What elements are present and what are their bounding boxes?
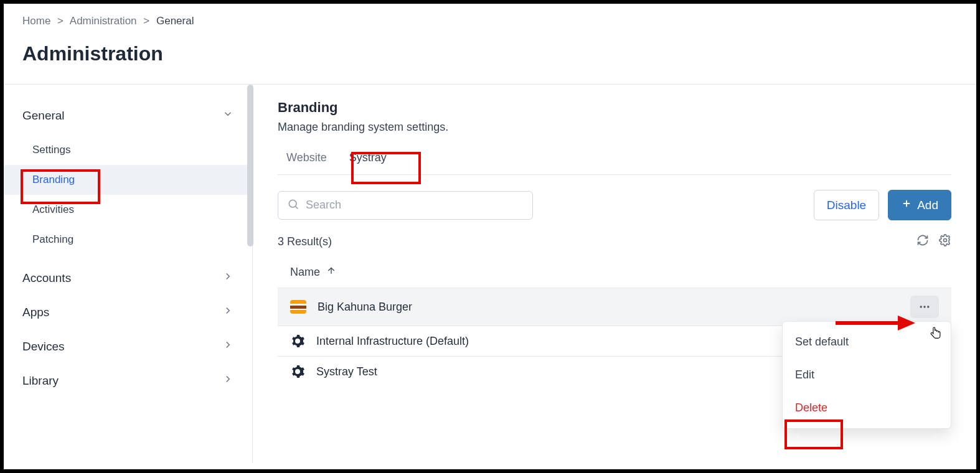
table-header[interactable]: Name — [278, 257, 951, 288]
sort-asc-icon — [326, 266, 336, 279]
button-label: Add — [917, 199, 938, 212]
svg-point-0 — [289, 200, 296, 207]
row-name: Big Kahuna Burger — [318, 301, 412, 314]
plus-icon — [901, 198, 912, 212]
page-title: Administration — [4, 34, 976, 84]
sidebar-section-accounts[interactable]: Accounts — [4, 261, 252, 295]
results-count: 3 Result(s) — [278, 235, 332, 248]
breadcrumb: Home > Administration > General — [4, 4, 976, 34]
svg-point-7 — [923, 306, 925, 307]
search-field[interactable] — [278, 191, 533, 220]
tab-systray[interactable]: Systray — [341, 145, 395, 174]
sidebar-section-library[interactable]: Library — [4, 363, 252, 398]
sidebar-section-devices[interactable]: Devices — [4, 329, 252, 363]
svg-line-1 — [296, 206, 298, 208]
chevron-right-icon — [222, 305, 233, 319]
sidebar: General Settings Branding Activities Pat… — [4, 85, 253, 463]
svg-point-8 — [927, 306, 929, 307]
chevron-down-icon — [222, 108, 233, 123]
sidebar-section-label: Apps — [22, 306, 49, 319]
sidebar-item-patching[interactable]: Patching — [4, 225, 252, 255]
sidebar-item-settings[interactable]: Settings — [4, 135, 252, 165]
dropdown-edit[interactable]: Edit — [783, 358, 951, 391]
sidebar-section-label: General — [22, 109, 65, 123]
disable-button[interactable]: Disable — [814, 190, 879, 220]
sidebar-section-general[interactable]: General — [4, 98, 252, 133]
search-icon — [287, 198, 299, 213]
breadcrumb-separator: > — [143, 15, 149, 27]
row-name: Systray Test — [316, 365, 377, 378]
sidebar-section-label: Library — [22, 374, 59, 388]
dropdown-delete[interactable]: Delete — [783, 391, 951, 424]
chevron-right-icon — [222, 339, 233, 354]
breadcrumb-separator: > — [57, 15, 64, 27]
breadcrumb-item[interactable]: Home — [22, 15, 50, 27]
panel-subtitle: Manage branding system settings. — [278, 121, 951, 134]
panel-title: Branding — [278, 100, 951, 116]
sidebar-item-branding[interactable]: Branding — [4, 165, 252, 195]
row-more-button[interactable] — [910, 296, 939, 318]
gear-icon — [290, 334, 305, 349]
tabs: Website Systray — [278, 145, 951, 175]
button-label: Disable — [827, 199, 866, 212]
add-button[interactable]: Add — [888, 190, 951, 220]
sidebar-section-label: Devices — [22, 340, 65, 354]
sidebar-section-apps[interactable]: Apps — [4, 295, 252, 329]
main-panel: Branding Manage branding system settings… — [253, 85, 976, 463]
breadcrumb-current: General — [156, 15, 194, 27]
tab-website[interactable]: Website — [278, 145, 336, 174]
burger-icon — [290, 300, 306, 314]
row-name: Internal Infrastructure (Default) — [316, 335, 469, 348]
search-input[interactable] — [306, 199, 524, 212]
column-name-label: Name — [290, 266, 320, 279]
chevron-right-icon — [222, 373, 233, 388]
chevron-right-icon — [222, 271, 233, 285]
table-row[interactable]: Big Kahuna Burger — [278, 288, 951, 325]
refresh-icon[interactable] — [916, 234, 929, 250]
row-actions-dropdown: Set default Edit Delete — [782, 321, 951, 429]
sidebar-item-activities[interactable]: Activities — [4, 195, 252, 225]
dropdown-set-default[interactable]: Set default — [783, 325, 951, 358]
breadcrumb-item[interactable]: Administration — [70, 15, 137, 27]
sidebar-section-label: Accounts — [22, 271, 71, 285]
gear-icon[interactable] — [939, 234, 951, 250]
svg-point-6 — [920, 306, 922, 307]
svg-point-4 — [944, 239, 947, 242]
gear-icon — [290, 364, 305, 379]
